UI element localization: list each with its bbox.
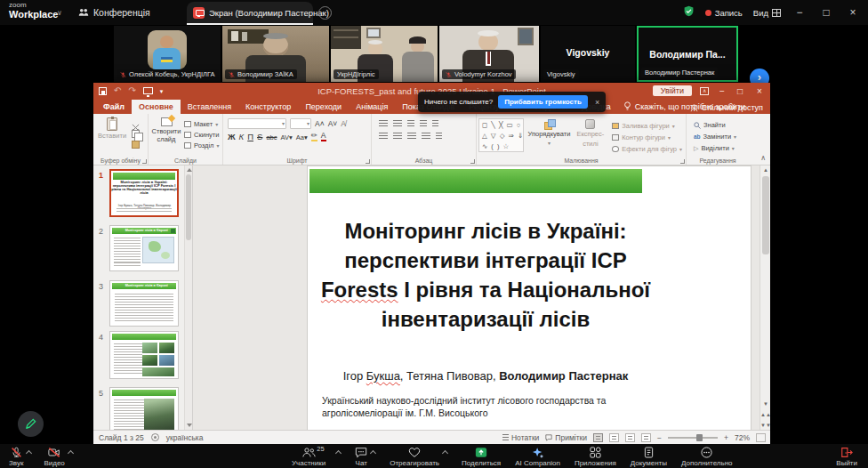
annotation-pencil-button[interactable] [18, 411, 44, 437]
layout-button[interactable]: Макет▾ [182, 119, 221, 129]
align-center-button[interactable] [393, 133, 402, 140]
tab-meeting[interactable]: Конференція [78, 0, 150, 25]
next-slide-button[interactable]: ▼▼ [760, 423, 771, 428]
slide-green-banner[interactable] [309, 169, 642, 193]
collapse-ribbon-chevron-icon[interactable]: ∧ [760, 154, 766, 162]
chat-button[interactable]: Чат [355, 444, 367, 467]
slide-sorter-view-button[interactable] [609, 433, 619, 442]
minimize-button[interactable]: − [792, 6, 808, 19]
underline-button[interactable]: П [247, 132, 253, 141]
normal-view-button[interactable] [593, 433, 603, 442]
main-vertical-scrollbar[interactable]: ▲ ▼ ▲▲ ▼▼ [760, 165, 770, 430]
clipboard-dialog-launcher[interactable] [142, 159, 147, 164]
shape-fill-button[interactable]: Заливка фігури▾ [610, 121, 684, 131]
chat-options-chevron[interactable] [370, 450, 376, 456]
new-slide-button[interactable]: Створити слайд [150, 117, 182, 144]
notification-close-icon[interactable]: × [593, 98, 599, 107]
maximize-button[interactable]: □ [818, 6, 834, 19]
character-spacing-button[interactable]: AV▾ [280, 133, 292, 141]
cut-icon[interactable] [132, 119, 140, 127]
slide-thumbnail-3[interactable]: Моніторинг лісів в Європі [109, 280, 179, 327]
slide-title[interactable]: Моніторинг лісів в Україні: перспективи … [315, 216, 656, 334]
scroll-down-arrow-icon[interactable] [187, 424, 192, 427]
shapes-gallery[interactable]: ◻ ╲ ╳ ▭ ○ □ △ ▽ ◇ ⇒ ⇓ ▷ ∿ ( ) ☆ [478, 118, 524, 152]
scrollbar-thumb[interactable] [186, 174, 191, 240]
align-right-button[interactable] [407, 133, 416, 140]
ppt-minimize-button[interactable]: − [713, 83, 731, 99]
more-button[interactable]: Дополнительно [681, 444, 733, 467]
participants-button[interactable]: 25 Участники [292, 444, 326, 467]
logo-chevron-icon[interactable]: ∨ [57, 9, 62, 17]
strikethrough-button[interactable]: S [257, 132, 262, 141]
tab-home[interactable]: Основне [132, 100, 181, 114]
view-button[interactable]: Вид [753, 8, 781, 18]
sign-in-button[interactable]: Увійти [653, 85, 692, 96]
leave-meeting-button[interactable]: Выйти [836, 444, 857, 467]
section-button[interactable]: Розділ▾ [182, 141, 221, 150]
copy-icon[interactable] [132, 130, 140, 138]
slide-thumbnail-5[interactable] [109, 387, 179, 433]
tab-insert[interactable]: Вставлення [181, 100, 238, 114]
scroll-down-arrow-icon[interactable]: ▼ [760, 401, 771, 407]
quick-styles-button[interactable]: Експрес- стилі [574, 118, 607, 149]
increase-indent-button[interactable] [420, 120, 427, 127]
align-left-button[interactable] [379, 133, 388, 140]
slide-institution[interactable]: Український науково-дослідний інститут л… [322, 394, 649, 419]
text-direction-button[interactable] [432, 120, 438, 127]
participant-video[interactable]: Володимир ЗАЇКА [222, 26, 329, 82]
drawing-dialog-launcher[interactable] [680, 159, 685, 164]
grow-font-button[interactable]: A˄ [315, 119, 325, 128]
zoom-out-button[interactable]: − [657, 433, 662, 442]
apps-button[interactable]: Приложения [575, 444, 616, 467]
select-button[interactable]: ▷Виділити▾ [692, 143, 747, 153]
slide-thumbnail-4[interactable] [109, 331, 179, 379]
text-shadow-button[interactable]: abc [266, 133, 277, 141]
slide-thumbnail-1[interactable]: Моніторинг лісів в Україні: перспективи … [109, 169, 179, 217]
start-video-button[interactable]: Видео [44, 444, 64, 467]
slide[interactable]: Моніторинг лісів в Україні: перспективи … [307, 165, 751, 430]
font-size-combobox[interactable] [290, 118, 311, 129]
shape-outline-button[interactable]: Контур фігури▾ [610, 133, 684, 142]
tab-more-options-icon[interactable]: ⋯ [318, 6, 332, 20]
participant-video[interactable]: Олексій Кобець, УкрНДІЛГА [114, 26, 221, 82]
font-name-combobox[interactable] [228, 118, 286, 129]
reactions-button[interactable]: Отреагировать [390, 444, 439, 467]
recording-indicator[interactable]: Запись [705, 8, 743, 18]
video-options-chevron[interactable] [68, 450, 74, 456]
reset-button[interactable]: Скинути [182, 130, 221, 140]
documents-button[interactable]: Документы [631, 444, 667, 467]
clear-formatting-button[interactable]: A̸ [341, 119, 346, 128]
italic-button[interactable]: К [239, 132, 245, 141]
comments-button[interactable]: Примітки [545, 433, 587, 442]
audio-options-chevron[interactable] [26, 450, 32, 456]
change-case-button[interactable]: Аа▾ [296, 133, 308, 141]
scroll-up-arrow-icon[interactable]: ▲ [760, 167, 771, 173]
columns-button[interactable] [436, 133, 442, 140]
participant-video-active-speaker[interactable]: Володимир Па... Володимир Пастернак [637, 26, 738, 82]
shape-effects-button[interactable]: Ефекти для фігур▾ [610, 144, 684, 154]
tab-shared-screen[interactable]: Экран (Володимир Пастернак) [187, 2, 313, 25]
zoom-slider-thumb[interactable] [696, 434, 703, 441]
accessibility-checker-icon[interactable] [151, 433, 159, 441]
mute-audio-button[interactable]: Звук [9, 444, 23, 467]
language-indicator[interactable]: українська [166, 433, 204, 442]
scroll-up-arrow-icon[interactable] [187, 168, 192, 172]
participant-video[interactable]: Volodymyr Korzhov [439, 26, 539, 82]
share-button[interactable]: Спільний доступ [690, 103, 763, 112]
bold-button[interactable]: Ж [228, 132, 236, 141]
zoom-in-button[interactable]: + [724, 433, 728, 442]
close-button[interactable]: × [845, 6, 861, 19]
ai-companion-button[interactable]: AI Companion [515, 444, 560, 467]
decrease-indent-button[interactable] [407, 120, 414, 127]
fit-to-window-button[interactable] [756, 433, 766, 442]
participants-options-chevron[interactable] [335, 450, 342, 456]
thumbnail-panel-scrollbar[interactable] [184, 165, 192, 430]
replace-button[interactable]: abЗамінити▾ [692, 132, 747, 141]
paragraph-dialog-launcher[interactable] [470, 159, 475, 164]
highlight-color-button[interactable]: ✏ [311, 131, 317, 141]
font-color-button[interactable]: A [321, 131, 326, 141]
arrange-button[interactable]: Упорядкувати ▾ [527, 118, 570, 148]
bullets-button[interactable] [379, 120, 388, 127]
ribbon-display-options-button[interactable] [695, 83, 713, 99]
increase-volume-button[interactable]: Прибавить громкость [498, 95, 588, 109]
